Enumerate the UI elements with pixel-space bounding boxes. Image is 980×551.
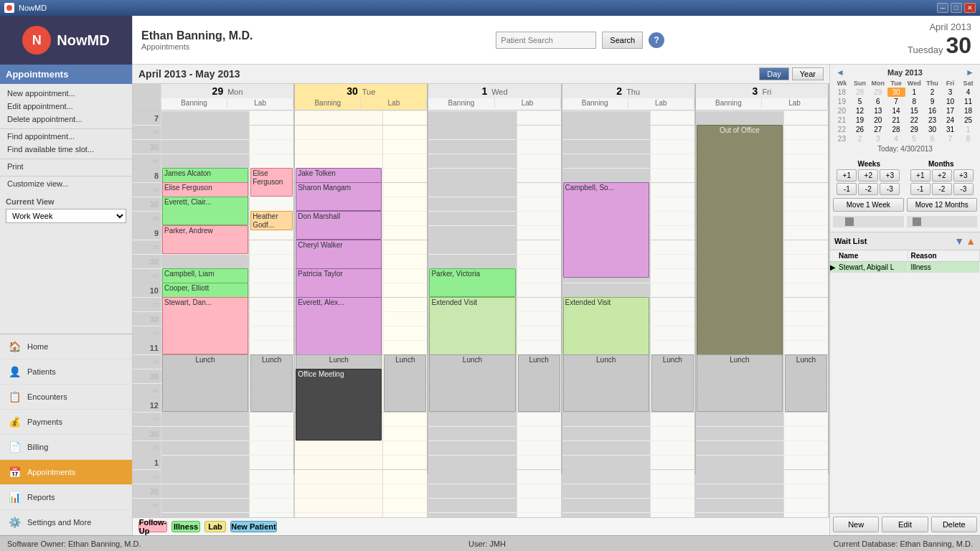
mini-cal-day[interactable]: 8 xyxy=(959,134,977,143)
mini-cal-day[interactable]: 28 xyxy=(851,88,869,97)
month-slider[interactable] xyxy=(907,216,978,227)
appointment[interactable]: Sharon Mangam xyxy=(296,182,382,211)
mini-cal-day[interactable]: 24 xyxy=(941,116,959,125)
mini-cal-day[interactable]: 3 xyxy=(941,88,959,97)
mini-cal-day[interactable]: 5 xyxy=(905,134,923,143)
mini-cal-day[interactable]: 12 xyxy=(851,106,869,116)
sidebar-item-encounters[interactable]: 📋 Encounters xyxy=(0,385,132,410)
mini-cal-day[interactable]: 21 xyxy=(887,116,905,125)
menu-find-appointment[interactable]: Find appointment... xyxy=(0,128,132,143)
week-plus1-btn[interactable]: +1 xyxy=(837,169,857,182)
mini-cal-day[interactable]: 14 xyxy=(887,106,905,116)
mini-cal-day[interactable]: 2 xyxy=(923,88,941,97)
patient-search-input[interactable] xyxy=(496,32,596,49)
wait-list-edit-btn[interactable]: Edit xyxy=(882,517,928,532)
month-plus1-btn[interactable]: +1 xyxy=(910,169,930,182)
appointment[interactable]: Out of Office xyxy=(697,125,783,392)
month-plus2-btn[interactable]: +2 xyxy=(932,169,952,182)
mini-cal-day[interactable]: 19 xyxy=(851,116,869,125)
appointment[interactable]: Parker, Andrew xyxy=(162,225,248,254)
minimize-btn[interactable]: ─ xyxy=(937,3,948,13)
sidebar-item-home[interactable]: 🏠 Home xyxy=(0,334,132,359)
lab-appointment[interactable]: Lunch xyxy=(785,354,827,412)
mini-cal-day[interactable]: 4 xyxy=(959,88,977,97)
help-button[interactable]: ? xyxy=(649,32,664,48)
mini-cal-day[interactable]: 8 xyxy=(905,97,923,106)
wait-list-up-arrow[interactable]: ▲ xyxy=(966,235,976,247)
week-minus2-btn[interactable]: -2 xyxy=(858,183,878,195)
maximize-btn[interactable]: □ xyxy=(951,3,962,13)
mini-cal-day[interactable]: 26 xyxy=(851,125,869,134)
mini-cal-day[interactable]: 5 xyxy=(851,97,869,106)
week-plus2-btn[interactable]: +2 xyxy=(858,169,878,182)
lab-appointment[interactable]: Elise Ferguson xyxy=(250,168,293,197)
appointment[interactable]: Parker, Victoria xyxy=(429,268,515,297)
wait-list-new-btn[interactable]: New xyxy=(833,517,879,532)
menu-customize-view[interactable]: Customize view... xyxy=(0,176,132,190)
appointment[interactable]: Stewart, Dan... xyxy=(162,297,248,354)
appointment[interactable]: Lunch xyxy=(429,354,515,412)
lab-appointment[interactable]: Lunch xyxy=(384,354,426,412)
mini-cal-day[interactable]: 4 xyxy=(887,134,905,143)
month-minus3-btn[interactable]: -3 xyxy=(953,183,974,195)
appointment[interactable]: Everett, Clair... xyxy=(162,197,248,225)
mini-cal-day[interactable]: 6 xyxy=(869,97,887,106)
wait-list-row-0[interactable]: ▶ Stewart, Abigail L Illness xyxy=(830,262,980,273)
mini-cal-day[interactable]: 7 xyxy=(941,134,959,143)
mini-cal-day[interactable]: 27 xyxy=(869,125,887,134)
mini-cal-day[interactable]: 3 xyxy=(869,134,887,143)
mini-cal-day[interactable]: 6 xyxy=(923,134,941,143)
appointment[interactable]: Campbell, So... xyxy=(563,182,649,278)
menu-find-timeslot[interactable]: Find available time slot... xyxy=(0,143,132,156)
mini-cal-day[interactable]: 1 xyxy=(959,125,977,134)
mini-cal-day[interactable]: 20 xyxy=(869,116,887,125)
mini-cal-day[interactable]: 22 xyxy=(905,116,923,125)
week-slider[interactable] xyxy=(833,216,904,227)
wait-list-down-arrow[interactable]: ▼ xyxy=(954,235,964,247)
mini-cal-day[interactable]: 16 xyxy=(923,106,941,116)
mini-cal-day[interactable]: 18 xyxy=(959,106,977,116)
sidebar-item-patients[interactable]: 👤 Patients xyxy=(0,359,132,385)
menu-edit-appointment[interactable]: Edit appointment... xyxy=(0,100,132,113)
mini-cal-day[interactable]: 11 xyxy=(959,97,977,106)
lab-appointment[interactable]: Lunch xyxy=(250,354,293,412)
mini-cal-day[interactable]: 28 xyxy=(887,125,905,134)
mini-cal-day[interactable]: 23 xyxy=(923,116,941,125)
lab-appointment[interactable]: Lunch xyxy=(518,354,560,412)
year-view-btn[interactable]: Year xyxy=(792,67,824,80)
appointment[interactable]: Lunch xyxy=(162,354,248,412)
lab-appointment[interactable]: Heather Godf... xyxy=(250,211,293,230)
mini-cal-day[interactable]: 25 xyxy=(959,116,977,125)
move-12months-btn[interactable]: Move 12 Months xyxy=(907,198,978,212)
month-minus2-btn[interactable]: -2 xyxy=(932,183,952,195)
mini-cal-day[interactable]: 7 xyxy=(887,97,905,106)
mini-cal-prev[interactable]: ◄ xyxy=(833,67,847,77)
month-plus3-btn[interactable]: +3 xyxy=(953,169,974,182)
mini-cal-next[interactable]: ► xyxy=(963,67,977,77)
appointment[interactable]: Don Marshall xyxy=(296,211,382,240)
current-view-select[interactable]: Work Week Day Week Month xyxy=(6,209,126,223)
lab-appointment[interactable]: Lunch xyxy=(651,354,694,412)
sidebar-item-appointments[interactable]: 📅 Appointments xyxy=(0,460,132,485)
mini-cal-day[interactable]: 29 xyxy=(905,125,923,134)
wait-list-delete-btn[interactable]: Delete xyxy=(931,517,977,532)
sidebar-item-reports[interactable]: 📊 Reports xyxy=(0,485,132,510)
appointment[interactable]: Lunch xyxy=(697,354,783,412)
mini-cal-day[interactable]: 9 xyxy=(923,97,941,106)
day-view-btn[interactable]: Day xyxy=(759,67,789,80)
mini-cal-day[interactable]: 30 xyxy=(923,125,941,134)
menu-print[interactable]: Print xyxy=(0,159,132,173)
sidebar-item-settings[interactable]: ⚙️ Settings and More xyxy=(0,510,132,535)
week-minus1-btn[interactable]: -1 xyxy=(837,183,857,195)
mini-cal-day[interactable]: 17 xyxy=(941,106,959,116)
month-minus1-btn[interactable]: -1 xyxy=(910,183,930,195)
sidebar-item-billing[interactable]: 📄 Billing xyxy=(0,435,132,460)
menu-delete-appointment[interactable]: Delete appointment... xyxy=(0,113,132,126)
week-minus3-btn[interactable]: -3 xyxy=(880,183,900,195)
appointment[interactable]: Office Meeting xyxy=(296,369,382,441)
mini-cal-day[interactable]: 10 xyxy=(941,97,959,106)
sidebar-item-payments[interactable]: 💰 Payments xyxy=(0,410,132,435)
menu-new-appointment[interactable]: New appointment... xyxy=(0,87,132,100)
mini-cal-day[interactable]: 2 xyxy=(851,134,869,143)
mini-cal-day[interactable]: 31 xyxy=(941,125,959,134)
